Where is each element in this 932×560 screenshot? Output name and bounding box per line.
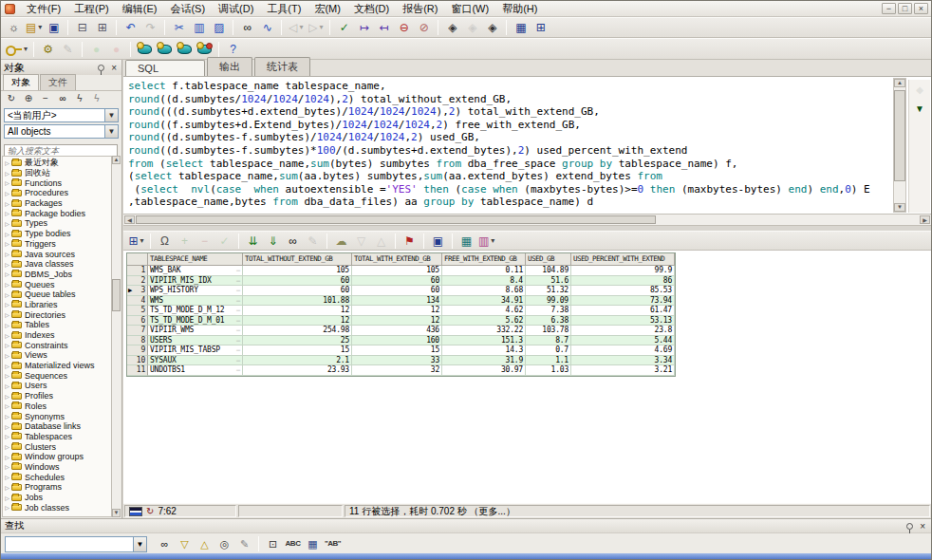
editor-vscrollbar[interactable]: ▲ ▼ (893, 78, 906, 213)
find-text-button[interactable]: ∞ (156, 535, 174, 552)
new-report-window-button[interactable] (196, 41, 214, 58)
value-cell[interactable]: 60 (352, 286, 442, 296)
value-cell[interactable]: 1.03 (526, 365, 571, 376)
cell-expand-icon[interactable]: — (236, 306, 240, 315)
tree-item[interactable]: ▷Queues (3, 279, 111, 289)
tree-item[interactable]: ▷Indexes (3, 330, 111, 341)
value-cell[interactable]: 60 (243, 286, 352, 296)
chevron-down-icon[interactable]: ▾ (140, 237, 144, 245)
value-cell[interactable]: 105 (352, 266, 442, 276)
tree-item[interactable]: ▷Materialized views (3, 361, 111, 371)
tree-item[interactable]: ▷Sequences (3, 370, 111, 381)
selection-only-button[interactable]: ⊡ (264, 535, 282, 552)
cell-expand-icon[interactable]: — (236, 336, 240, 345)
value-cell[interactable]: 5.62 (442, 316, 526, 327)
expand-arrow-icon[interactable]: ▷ (3, 281, 11, 288)
value-cell[interactable]: 32 (352, 365, 442, 376)
test-window-button[interactable]: ◈ (443, 19, 461, 36)
close-icon[interactable]: × (918, 521, 927, 532)
expand-arrow-icon[interactable]: ▷ (3, 210, 11, 216)
menu-item-8[interactable]: 文档(D) (347, 2, 396, 15)
expand-arrow-icon[interactable]: ▷ (3, 372, 11, 379)
value-cell[interactable]: 12 (352, 306, 442, 316)
value-cell[interactable]: 151.3 (442, 336, 526, 346)
row-number[interactable]: 7 (127, 326, 148, 336)
expand-arrow-icon[interactable]: ▷ (3, 179, 11, 186)
tree-item[interactable]: ▷Clusters (3, 441, 111, 452)
chevron-down-icon[interactable]: ▾ (491, 237, 494, 245)
print-button[interactable]: ⊟ (73, 19, 91, 36)
expand-arrow-icon[interactable]: ▷ (3, 363, 11, 369)
table-row[interactable]: 2VIPIIR_MIS_IDX—60608.451.686 (127, 276, 675, 287)
tree-item[interactable]: ▷Tables (3, 320, 111, 330)
column-header[interactable]: FREE_WITH_EXTEND_GB (442, 253, 526, 266)
regex-button[interactable]: ▦ (304, 535, 322, 552)
chevron-down-icon[interactable]: ▼ (104, 109, 118, 121)
find-button[interactable]: ∞ (238, 19, 256, 36)
object-filter-dropdown[interactable]: All objects ▼ (4, 124, 119, 139)
column-header[interactable]: USED_GB (526, 253, 571, 266)
tree-item[interactable]: ▷Directories (3, 309, 111, 320)
whole-word-button[interactable]: ABC (284, 535, 302, 552)
expand-arrow-icon[interactable]: ▷ (3, 311, 11, 318)
menu-item-3[interactable]: 编辑(E) (116, 2, 164, 15)
value-cell[interactable]: 8.68 (442, 286, 526, 296)
add-breakpoint-button[interactable]: ⊖ (395, 19, 413, 36)
sql-code[interactable]: select f.tablespace_name tablespace_name… (128, 80, 887, 214)
column-header[interactable]: TOTAL_WITHOUT_EXTEND_GB (243, 253, 352, 266)
cell-expand-icon[interactable]: — (236, 345, 240, 355)
tree-item[interactable]: ▷Package bodies (3, 208, 111, 218)
tree-item[interactable]: ▷Functions (3, 177, 111, 188)
tree-item[interactable]: ▷Jobs (3, 493, 111, 503)
new-test-window-button[interactable] (156, 41, 174, 58)
tree-item[interactable]: ▷Windows (3, 462, 111, 473)
value-cell[interactable]: 12 (352, 316, 442, 327)
tree-item[interactable]: ▷Job classes (3, 502, 111, 513)
tree-item[interactable]: ▷Synonyms (3, 411, 111, 421)
tree-item[interactable]: ▷Libraries (3, 300, 111, 310)
expand-arrow-icon[interactable]: ▷ (3, 271, 11, 277)
clear-highlight-button[interactable]: ✎ (235, 535, 253, 552)
value-cell[interactable]: 254.98 (243, 326, 352, 336)
copy-button[interactable]: ▥ (190, 19, 208, 36)
cell-expand-icon[interactable]: — (236, 296, 240, 306)
value-cell[interactable]: 3.34 (571, 356, 675, 366)
cascade-windows-button[interactable]: ▦ (512, 19, 530, 36)
menu-item-11[interactable]: 帮助(H) (495, 2, 544, 15)
find-results-button[interactable]: ∞ (284, 233, 302, 250)
close-button[interactable]: × (914, 3, 928, 14)
tree-item[interactable]: ▷Types (3, 218, 111, 229)
chevron-down-icon[interactable]: ▾ (24, 46, 28, 53)
tree-item[interactable]: ▷Java sources (3, 249, 111, 259)
sidebar-tab-文件[interactable]: 文件 (40, 74, 76, 90)
cell-expand-icon[interactable]: — (236, 326, 240, 335)
table-row[interactable]: 11UNDOTBS1—23.933230.971.033.21 (127, 365, 675, 376)
table-row[interactable]: 6TS_TD_MODE_D_M_01—12125.626.3853.13 (127, 316, 675, 327)
tab-SQL[interactable]: SQL (125, 60, 205, 76)
tablespace-name-cell[interactable]: TS_TD_MODE_D_M_12— (148, 306, 243, 316)
value-cell[interactable]: 60 (352, 276, 442, 287)
value-cell[interactable]: 103.78 (526, 326, 571, 336)
find-combobox[interactable]: ▼ (5, 536, 147, 552)
value-cell[interactable]: 436 (352, 326, 442, 336)
tablespace-name-cell[interactable]: VIPIIR_MIS_IDX— (148, 276, 243, 287)
scrollbar-thumb[interactable] (136, 215, 656, 224)
cell-expand-icon[interactable]: — (236, 266, 240, 275)
expand-arrow-icon[interactable]: ▷ (3, 463, 11, 470)
table-row[interactable]: 10SYSAUX—2.13331.91.13.34 (127, 356, 675, 366)
value-cell[interactable]: 3.21 (571, 365, 675, 376)
row-number[interactable]: 1 (127, 266, 148, 276)
value-cell[interactable]: 15 (243, 345, 352, 356)
scroll-down-icon[interactable]: ▼ (894, 203, 905, 212)
column-header[interactable]: TOTAL_WITH_EXTEND_GB (352, 253, 442, 266)
column-header[interactable]: USED_PERCENT_WITH_EXTEND (571, 253, 675, 266)
export-button[interactable]: ☁ (332, 233, 350, 250)
expand-arrow-icon[interactable]: ▷ (3, 231, 11, 237)
row-number[interactable]: 4 (127, 296, 148, 307)
expand-arrow-icon[interactable]: ▷ (3, 352, 11, 359)
table-row[interactable]: 5TS_TD_MODE_D_M_12—12124.627.3861.47 (127, 306, 675, 316)
table-row[interactable]: 8USERS—25160151.38.75.44 (127, 336, 675, 346)
value-cell[interactable]: 2.1 (243, 356, 352, 366)
value-cell[interactable]: 34.91 (442, 296, 526, 307)
tablespace-name-cell[interactable]: VIPIIR_WMS— (148, 326, 243, 336)
